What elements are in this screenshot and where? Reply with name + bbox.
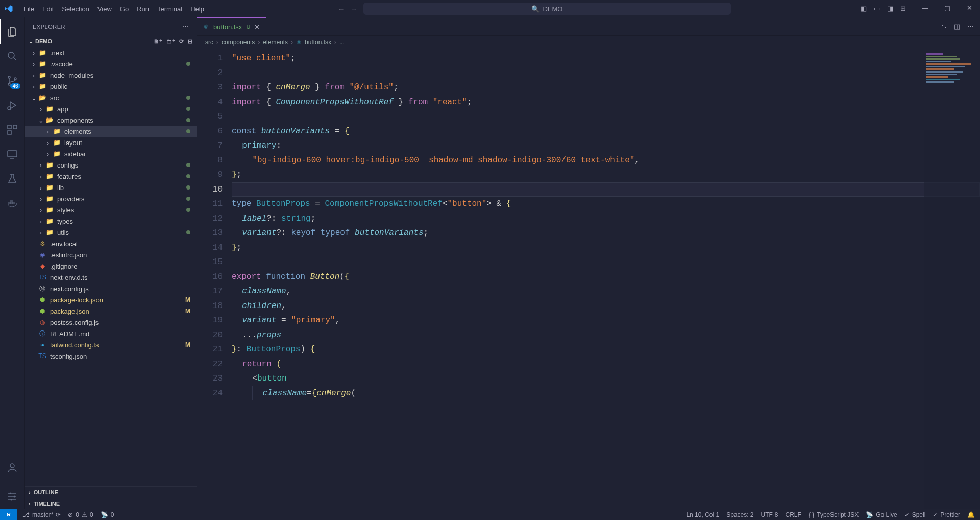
code-line[interactable] — [232, 66, 980, 81]
tree-file--gitignore[interactable]: ◆.gitignore — [24, 261, 197, 272]
activity-remote[interactable] — [0, 142, 24, 167]
window-maximize-icon[interactable]: ▢ — [944, 4, 953, 13]
layout-sidebar-right-icon[interactable]: ◨ — [887, 5, 895, 13]
activity-settings[interactable] — [0, 484, 24, 509]
sync-icon[interactable]: ⟳ — [56, 511, 61, 518]
crumb-components[interactable]: components — [222, 39, 255, 46]
project-root-row[interactable]: ⌄ DEMO 🗎⁺ 🗀⁺ ⟳ ⊟ — [24, 36, 197, 47]
activity-explorer[interactable] — [0, 19, 24, 44]
tree-folder--vscode[interactable]: ›📁.vscode — [24, 58, 197, 69]
remote-window-button[interactable] — [0, 509, 17, 521]
tree-file-next-env-d-ts[interactable]: TSnext-env.d.ts — [24, 272, 197, 283]
activity-accounts[interactable] — [0, 456, 24, 480]
customize-layout-icon[interactable]: ⊞ — [900, 5, 909, 13]
split-editor-icon[interactable]: ◫ — [954, 22, 960, 30]
outline-section[interactable]: › OUTLINE — [24, 486, 197, 498]
tree-file--env-local[interactable]: ⚙.env.local — [24, 238, 197, 249]
cursor-position[interactable]: Ln 10, Col 1 — [686, 511, 719, 518]
code-line[interactable]: primary: — [232, 138, 980, 153]
new-folder-icon[interactable]: 🗀⁺ — [166, 38, 175, 45]
code-line[interactable]: className, — [232, 284, 980, 299]
tree-folder-features[interactable]: ›📁features — [24, 171, 197, 182]
layout-sidebar-left-icon[interactable]: ◧ — [861, 5, 869, 13]
code-line[interactable] — [232, 182, 980, 197]
compare-icon[interactable]: ⇋ — [941, 22, 947, 30]
crumb-elements[interactable]: elements — [263, 39, 288, 46]
tree-file-tailwind-config-ts[interactable]: ≈tailwind.config.tsM — [24, 339, 197, 350]
code-line[interactable]: }; — [232, 168, 980, 182]
activity-source-control[interactable]: 46 — [0, 68, 24, 93]
tree-file-package-json[interactable]: ⬢package.jsonM — [24, 305, 197, 317]
tree-folder-configs[interactable]: ›📁configs — [24, 159, 197, 171]
spell-status[interactable]: ✓Spell — [904, 511, 926, 518]
code-line[interactable]: variant?: keyof typeof buttonVariants; — [232, 226, 980, 241]
sidebar-more-icon[interactable]: ⋯ — [183, 23, 189, 30]
menu-terminal[interactable]: Terminal — [153, 3, 186, 15]
code-line[interactable] — [232, 255, 980, 270]
tree-folder-styles[interactable]: ›📁styles — [24, 204, 197, 216]
code-line[interactable]: const buttonVariants = { — [232, 124, 980, 139]
window-close-icon[interactable]: ✕ — [967, 4, 976, 13]
tree-file-readme-md[interactable]: ⓘREADME.md — [24, 328, 197, 339]
tree-folder-elements[interactable]: ›📁elements — [24, 126, 197, 137]
tree-folder-lib[interactable]: ›📁lib — [24, 182, 197, 193]
close-icon[interactable]: ✕ — [254, 23, 260, 31]
tree-file-tsconfig-json[interactable]: TStsconfig.json — [24, 350, 197, 362]
tree-folder-src[interactable]: ⌄📂src — [24, 92, 197, 103]
problems-status[interactable]: ⊘0 ⚠0 — [68, 511, 93, 518]
crumb-file[interactable]: button.tsx — [305, 39, 331, 46]
layout-panel-bottom-icon[interactable]: ▭ — [874, 5, 882, 13]
code-line[interactable]: "use client"; — [232, 51, 980, 66]
tree-file--eslintrc-json[interactable]: ◉.eslintrc.json — [24, 249, 197, 261]
code-line[interactable]: }: ButtonProps) { — [232, 342, 980, 357]
language-status[interactable]: { }TypeScript JSX — [808, 511, 859, 518]
tree-folder-app[interactable]: ›📁app — [24, 103, 197, 114]
activity-testing[interactable] — [0, 167, 24, 191]
crumb-src[interactable]: src — [205, 39, 213, 46]
go-live-button[interactable]: 📡Go Live — [866, 511, 897, 518]
menu-run[interactable]: Run — [133, 3, 153, 15]
tree-folder--next[interactable]: ›📁.next — [24, 47, 197, 58]
collapse-all-icon[interactable]: ⊟ — [188, 38, 192, 45]
window-minimize-icon[interactable]: — — [922, 4, 931, 13]
timeline-section[interactable]: › TIMELINE — [24, 498, 197, 509]
eol-status[interactable]: CRLF — [786, 511, 801, 518]
activity-search[interactable] — [0, 44, 24, 68]
command-center-search[interactable]: 🔍 DEMO — [363, 3, 731, 15]
activity-docker[interactable] — [0, 191, 24, 216]
tree-folder-components[interactable]: ⌄📂components — [24, 114, 197, 126]
tree-folder-sidebar[interactable]: ›📁sidebar — [24, 148, 197, 159]
code-line[interactable]: }; — [232, 241, 980, 255]
menu-file[interactable]: File — [19, 3, 38, 15]
notifications-button[interactable]: 🔔 — [967, 511, 975, 518]
crumb-symbol[interactable]: ... — [339, 39, 345, 46]
new-file-icon[interactable]: 🗎⁺ — [154, 38, 162, 45]
tree-folder-node-modules[interactable]: ›📁node_modules — [24, 69, 197, 81]
menu-help[interactable]: Help — [186, 3, 208, 15]
indent-status[interactable]: Spaces: 2 — [726, 511, 753, 518]
menu-view[interactable]: View — [93, 3, 116, 15]
code-line[interactable]: label?: string; — [232, 211, 980, 226]
code-line[interactable]: export function Button({ — [232, 270, 980, 285]
git-branch-status[interactable]: ⎇ master* ⟳ — [22, 511, 61, 518]
tab-button-tsx[interactable]: ⚛ button.tsx U ✕ — [197, 17, 266, 35]
tree-folder-types[interactable]: ›📁types — [24, 216, 197, 227]
code-line[interactable]: ...props — [232, 328, 980, 343]
menu-selection[interactable]: Selection — [58, 3, 93, 15]
breadcrumb[interactable]: src› components› elements› ⚛ button.tsx›… — [197, 36, 980, 49]
menu-edit[interactable]: Edit — [38, 3, 58, 15]
nav-back-icon[interactable]: ← — [338, 5, 345, 13]
tree-file-postcss-config-js[interactable]: ◍postcss.config.js — [24, 317, 197, 328]
tree-file-next-config-js[interactable]: Ⓝnext.config.js — [24, 283, 197, 294]
minimap[interactable] — [924, 49, 980, 509]
code-line[interactable]: import { ComponentPropsWithoutRef } from… — [232, 95, 980, 110]
tree-folder-layout[interactable]: ›📁layout — [24, 137, 197, 148]
code-line[interactable] — [232, 109, 980, 124]
code-line[interactable]: "bg-indigo-600 hover:bg-indigo-500 shado… — [232, 153, 980, 168]
activity-extensions[interactable] — [0, 117, 24, 142]
ports-status[interactable]: 📡0 — [101, 511, 114, 518]
code-line[interactable]: className={cnMerge( — [232, 386, 980, 401]
code-editor[interactable]: "use client"; import { cnMerge } from "@… — [228, 49, 980, 509]
encoding-status[interactable]: UTF-8 — [761, 511, 778, 518]
code-line[interactable]: return ( — [232, 357, 980, 372]
